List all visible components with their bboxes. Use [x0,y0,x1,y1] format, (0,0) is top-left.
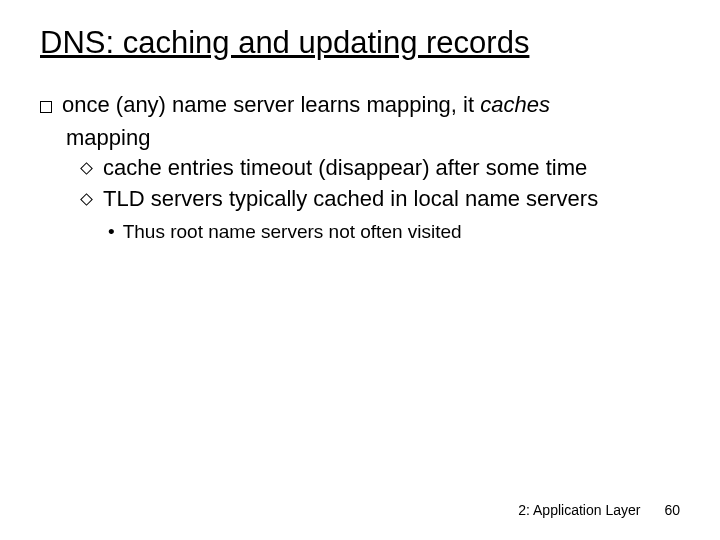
bullet-l3-a-text: Thus root name servers not often visited [123,220,462,245]
diamond-bullet-icon [80,193,93,206]
diamond-bullet-icon [80,163,93,176]
bullet-l2-a: cache entries timeout (disappear) after … [82,154,680,183]
slide-title: DNS: caching and updating records [40,24,680,61]
bullet-l1: once (any) name server learns mapping, i… [40,91,680,120]
dot-bullet-icon: • [108,220,115,245]
bullet-l1-text-a: once (any) name server learns mapping, i… [62,92,480,117]
bullet-l3-a: • Thus root name servers not often visit… [108,220,680,245]
bullet-l1-text-caches: caches [480,92,550,117]
footer-section: 2: Application Layer [518,502,640,518]
bullet-l1-cont: mapping [66,124,680,153]
slide: DNS: caching and updating records once (… [0,0,720,540]
bullet-l2-b: TLD servers typically cached in local na… [82,185,680,214]
bullet-l2-a-text: cache entries timeout (disappear) after … [103,154,680,183]
footer-page-number: 60 [664,502,680,518]
slide-footer: 2: Application Layer60 [518,502,680,518]
square-bullet-icon [40,101,52,113]
bullet-l2-b-text: TLD servers typically cached in local na… [103,185,680,214]
